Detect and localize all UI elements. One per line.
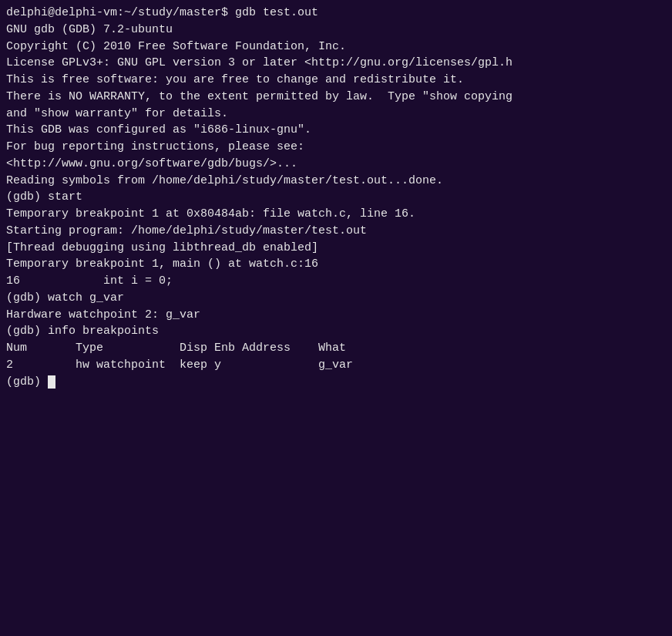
terminal-line: Starting program: /home/delphi/study/mas… [6, 223, 666, 240]
terminal-line: <http://www.gnu.org/software/gdb/bugs/>.… [6, 156, 666, 173]
terminal-cursor [48, 375, 55, 389]
terminal-line: (gdb) info breakpoints [6, 323, 666, 340]
terminal-line: and "show warranty" for details. [6, 106, 666, 123]
terminal-line: Num Type Disp Enb Address What [6, 340, 666, 357]
terminal-line: [Thread debugging using libthread_db ena… [6, 240, 666, 257]
terminal-line: 2 hw watchpoint keep y g_var [6, 357, 666, 374]
terminal-window[interactable]: delphi@delphi-vm:~/study/master$ gdb tes… [0, 0, 672, 636]
terminal-line: For bug reporting instructions, please s… [6, 139, 666, 156]
terminal-line: (gdb) watch g_var [6, 290, 666, 307]
terminal-line: 16 int i = 0; [6, 273, 666, 290]
terminal-line: Copyright (C) 2010 Free Software Foundat… [6, 39, 666, 56]
terminal-line: There is NO WARRANTY, to the extent perm… [6, 89, 666, 106]
terminal-line: Reading symbols from /home/delphi/study/… [6, 173, 666, 190]
terminal-line: License GPLv3+: GNU GPL version 3 or lat… [6, 55, 666, 72]
terminal-line: Hardware watchpoint 2: g_var [6, 307, 666, 324]
terminal-line: Temporary breakpoint 1, main () at watch… [6, 256, 666, 273]
terminal-line: (gdb) start [6, 189, 666, 206]
terminal-line: Temporary breakpoint 1 at 0x80484ab: fil… [6, 206, 666, 223]
terminal-line: This is free software: you are free to c… [6, 72, 666, 89]
terminal-line: delphi@delphi-vm:~/study/master$ gdb tes… [6, 5, 666, 22]
terminal-line: (gdb) [6, 374, 666, 391]
terminal-line: This GDB was configured as "i686-linux-g… [6, 122, 666, 139]
terminal-line: GNU gdb (GDB) 7.2-ubuntu [6, 22, 666, 39]
